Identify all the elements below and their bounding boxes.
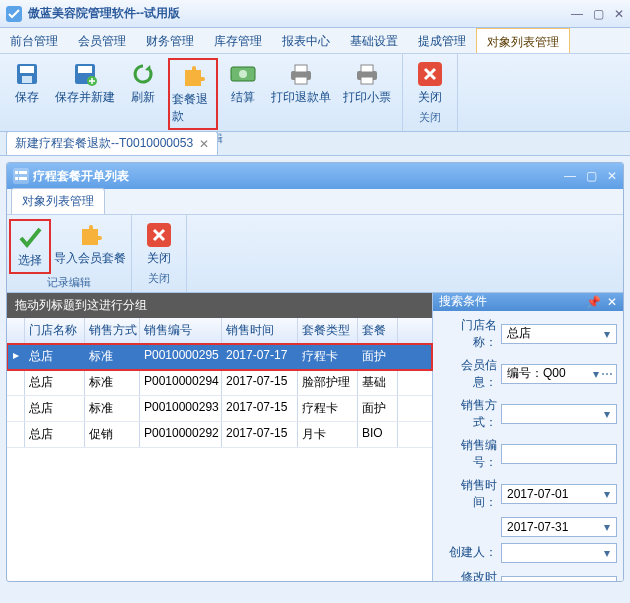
settle-button[interactable]: 结算	[218, 58, 268, 130]
menu-finance[interactable]: 财务管理	[136, 28, 204, 53]
menu-commission[interactable]: 提成管理	[408, 28, 476, 53]
group-panel[interactable]: 拖动列标题到这进行分组	[7, 293, 432, 318]
col-mode[interactable]: 销售方式	[85, 318, 140, 343]
svg-rect-20	[19, 177, 27, 180]
select-button[interactable]: 选择	[9, 219, 51, 274]
document-tab-label: 新建疗程套餐退款--T0010000053	[15, 135, 193, 152]
save-label: 保存	[15, 89, 39, 106]
window-title: 傲蓝美容院管理软件--试用版	[28, 5, 571, 22]
table-row[interactable]: ▸总店标准P00100002952017-07-17疗程卡面护	[7, 344, 432, 370]
svg-rect-5	[78, 66, 92, 73]
save-new-label: 保存并新建	[55, 89, 115, 106]
menu-reports[interactable]: 报表中心	[272, 28, 340, 53]
member-input[interactable]: ▾⋯	[501, 364, 617, 384]
dropdown-icon[interactable]: ▾	[601, 520, 613, 534]
col-no[interactable]: 销售编号	[140, 318, 222, 343]
list-icon	[13, 168, 29, 184]
mtime-input[interactable]: ▾	[501, 576, 617, 581]
creator-input[interactable]: ▾	[501, 543, 617, 563]
refresh-icon	[130, 61, 156, 87]
svg-rect-2	[20, 66, 34, 73]
store-input[interactable]: ▾	[501, 324, 617, 344]
select-label: 选择	[18, 252, 42, 269]
print-refund-button[interactable]: 打印退款单	[268, 58, 334, 130]
close-label: 关闭	[418, 89, 442, 106]
app-logo-icon	[6, 6, 22, 22]
refresh-button[interactable]: 刷新	[118, 58, 168, 130]
lookup-icon[interactable]: ⋯	[601, 367, 613, 381]
import-button[interactable]: 导入会员套餐	[51, 219, 129, 274]
table-row[interactable]: 总店标准P00100002942017-07-15脸部护理基础	[7, 370, 432, 396]
table-row[interactable]: 总店促销P00100002922017-07-15月卡BIO	[7, 422, 432, 448]
dropdown-icon[interactable]: ▾	[601, 407, 613, 421]
svg-rect-10	[295, 65, 307, 72]
svg-rect-16	[13, 168, 29, 184]
search-panel: 搜索条件 📌 ✕ 门店名称： ▾ 会员信息： ▾⋯ 销售方式： ▾ 销售	[433, 293, 623, 581]
window-close-button[interactable]: ✕	[614, 7, 624, 21]
print-refund-label: 打印退款单	[271, 89, 331, 106]
print-receipt-button[interactable]: 打印小票	[334, 58, 400, 130]
inner-minimize-button[interactable]: —	[564, 169, 576, 183]
inner-maximize-button[interactable]: ▢	[586, 169, 597, 183]
mode-label: 销售方式：	[439, 397, 501, 431]
inner-group-edit-label: 记录编辑	[47, 274, 91, 291]
inner-group-close-label: 关闭	[148, 270, 170, 287]
time-label: 销售时间：	[439, 477, 501, 511]
no-input[interactable]	[501, 444, 617, 464]
window-titlebar: 傲蓝美容院管理软件--试用版 — ▢ ✕	[0, 0, 630, 28]
svg-rect-13	[361, 65, 373, 72]
refresh-label: 刷新	[131, 89, 155, 106]
inner-close-btn[interactable]: 关闭	[134, 219, 184, 270]
col-store[interactable]: 门店名称	[25, 318, 85, 343]
inner-tab-objectlist[interactable]: 对象列表管理	[11, 188, 105, 214]
refund-label: 套餐退款	[172, 91, 214, 125]
window-maximize-button[interactable]: ▢	[593, 7, 604, 21]
save-button[interactable]: 保存	[2, 58, 52, 130]
dropdown-icon[interactable]: ▾	[601, 546, 613, 560]
printer-icon	[354, 61, 380, 87]
menu-settings[interactable]: 基础设置	[340, 28, 408, 53]
dropdown-icon[interactable]: ▾	[601, 327, 613, 341]
main-menubar: 前台管理 会员管理 财务管理 库存管理 报表中心 基础设置 提成管理 对象列表管…	[0, 28, 630, 54]
col-ptype[interactable]: 套餐类型	[298, 318, 358, 343]
time-to-input[interactable]: ▾	[501, 517, 617, 537]
menu-objectlist[interactable]: 对象列表管理	[476, 28, 570, 53]
inner-ribbon: 选择 导入会员套餐 记录编辑 关闭 关闭	[7, 215, 623, 293]
save-icon	[14, 61, 40, 87]
collapse-icon[interactable]: ✕	[607, 295, 617, 309]
time-from-input[interactable]: ▾	[501, 484, 617, 504]
dropdown-icon[interactable]: ▾	[590, 367, 601, 381]
dropdown-icon[interactable]: ▾	[601, 487, 613, 501]
svg-point-8	[239, 70, 247, 78]
inner-close-button[interactable]: ✕	[607, 169, 617, 183]
store-label: 门店名称：	[439, 317, 501, 351]
money-icon	[230, 61, 256, 87]
grid-body: ▸总店标准P00100002952017-07-17疗程卡面护总店标准P0010…	[7, 344, 432, 448]
search-title: 搜索条件	[439, 293, 586, 310]
tab-close-icon[interactable]: ✕	[199, 137, 209, 151]
grid-area: 拖动列标题到这进行分组 门店名称 销售方式 销售编号 销售时间 套餐类型 套餐 …	[7, 293, 433, 581]
inner-title: 疗程套餐开单列表	[33, 168, 564, 185]
inner-close-label: 关闭	[147, 250, 171, 267]
member-label: 会员信息：	[439, 357, 501, 391]
close-button[interactable]: 关闭	[405, 58, 455, 109]
menu-frontdesk[interactable]: 前台管理	[0, 28, 68, 53]
menu-member[interactable]: 会员管理	[68, 28, 136, 53]
settle-label: 结算	[231, 89, 255, 106]
save-new-button[interactable]: 保存并新建	[52, 58, 118, 130]
dropdown-icon[interactable]: ▾	[601, 579, 613, 581]
col-indicator[interactable]	[7, 318, 25, 343]
menu-inventory[interactable]: 库存管理	[204, 28, 272, 53]
table-row[interactable]: 总店标准P00100002932017-07-15疗程卡面护	[7, 396, 432, 422]
pin-icon[interactable]: 📌	[586, 295, 601, 309]
refund-button[interactable]: 套餐退款	[168, 58, 218, 130]
col-date[interactable]: 销售时间	[222, 318, 298, 343]
window-minimize-button[interactable]: —	[571, 7, 583, 21]
mode-input[interactable]: ▾	[501, 404, 617, 424]
col-pkg[interactable]: 套餐	[358, 318, 398, 343]
printer-icon	[288, 61, 314, 87]
document-tab[interactable]: 新建疗程套餐退款--T0010000053 ✕	[6, 131, 218, 155]
search-header: 搜索条件 📌 ✕	[433, 293, 623, 311]
save-new-icon	[72, 61, 98, 87]
check-icon	[17, 224, 43, 250]
